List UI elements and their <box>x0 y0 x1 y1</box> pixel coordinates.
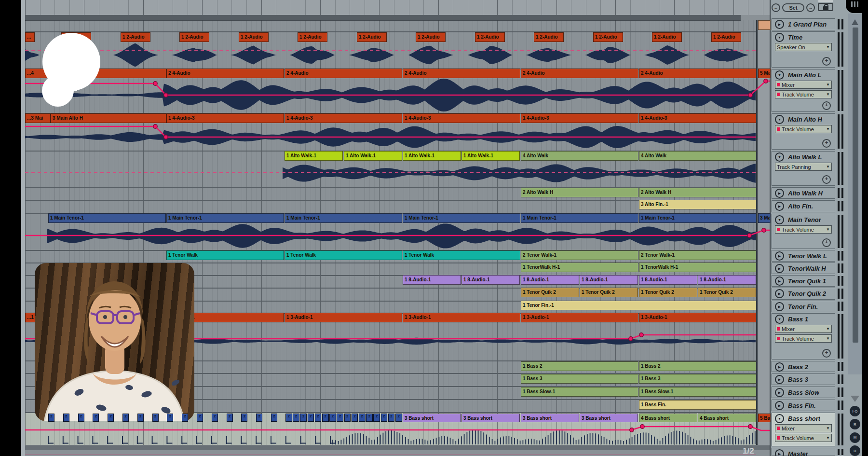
mini-clip[interactable]: 2 <box>122 414 129 422</box>
track-header-tenor-quik-1[interactable]: ▶Tenor Quik 1 <box>772 275 835 287</box>
clip[interactable]: 1 4-Audio-3 <box>166 113 284 123</box>
scroll-down-icon[interactable] <box>851 396 859 402</box>
beat-ruler[interactable] <box>25 0 770 15</box>
expand-play-icon[interactable]: ▶ <box>775 289 784 298</box>
track-header-alto-walk-l[interactable]: ▼Alto Walk LTrack Panning▼+ <box>772 151 835 186</box>
mini-clip[interactable]: 2 <box>137 414 144 422</box>
track-header-tenor-walk-l[interactable]: ▶Tenor Walk L <box>772 250 835 262</box>
expand-play-icon[interactable]: ▶ <box>775 202 784 211</box>
set-prev-button[interactable]: ← <box>772 3 780 12</box>
add-automation-lane-button[interactable]: + <box>822 101 831 110</box>
mini-clip[interactable]: 2 <box>256 414 262 422</box>
clip[interactable]: 2 Alto Walk H <box>521 188 638 197</box>
track-header-bass-1[interactable]: ▼Bass 1Mixer▼Track Volume▼+ <box>772 313 835 359</box>
clip[interactable]: 1 3-Audio-1 <box>285 313 402 322</box>
track-header-1-grand-pian[interactable]: ▶1 Grand Pian <box>772 18 835 30</box>
clip[interactable]: 1 Bass 2 <box>639 361 757 371</box>
device-dropdown[interactable]: Mixer▼ <box>775 81 832 89</box>
clip[interactable]: 1 2-Audio <box>357 32 387 42</box>
mini-clip[interactable]: 2 <box>337 414 343 422</box>
device-dropdown[interactable]: Track Volume▼ <box>775 434 832 442</box>
mini-clip[interactable]: 2 <box>322 414 329 422</box>
mini-clip[interactable]: 2 <box>197 414 203 422</box>
track-header-bass-2[interactable]: ▶Bass 2 <box>772 361 835 372</box>
mini-clip[interactable]: 2 <box>182 414 188 422</box>
track-header-bass-fin-[interactable]: ▶Bass Fin. <box>772 400 835 411</box>
clip[interactable]: 1 8-Audio-1 <box>403 275 461 285</box>
clip[interactable]: 4 Alto Walk <box>639 151 757 161</box>
clip[interactable]: 2 4-Audio <box>285 69 402 78</box>
collapse-icon[interactable]: ▼ <box>775 414 784 423</box>
track-header-main-alto-l[interactable]: ▼Main Alto LMixer▼Track Volume▼+ <box>772 69 835 112</box>
device-dropdown[interactable]: Track Volume▼ <box>775 334 832 343</box>
add-automation-lane-button[interactable]: + <box>822 57 831 66</box>
side-toggle-d[interactable]: D <box>850 445 860 456</box>
clip[interactable]: 1 4-Audio-3 <box>521 113 638 123</box>
clip[interactable]: 1 8-Audio-1 <box>639 275 697 285</box>
add-automation-lane-button[interactable]: + <box>822 139 831 148</box>
track-header-bass-3[interactable]: ▶Bass 3 <box>772 373 835 385</box>
clip[interactable]: 1 2-Audio <box>534 32 564 42</box>
expand-play-icon[interactable]: ▶ <box>775 449 784 456</box>
clip[interactable]: 1 Tenor Walk <box>285 250 402 260</box>
mini-clip[interactable]: 2 <box>63 414 69 422</box>
clip[interactable]: 1 2-Audio <box>179 32 209 42</box>
mini-clip[interactable]: 2 <box>359 414 366 422</box>
device-dropdown[interactable]: Track Volume▼ <box>775 90 832 98</box>
clip[interactable]: 1 2-Audio <box>121 32 150 42</box>
device-dropdown[interactable]: Mixer▼ <box>775 424 832 432</box>
clip[interactable]: 1 8-Audio-1 <box>580 275 638 285</box>
clip[interactable]: 2 4-Audio <box>166 69 284 78</box>
clip[interactable]: 1 Tenor Quik 2 <box>521 288 579 297</box>
clip[interactable]: 1 2-Audio <box>298 32 327 42</box>
mini-clip[interactable]: 2 <box>300 414 307 422</box>
clip[interactable]: 1 Tenor Walk <box>166 250 284 260</box>
mini-clip[interactable]: 2 <box>93 414 99 422</box>
track-header-bass-slow[interactable]: ▶Bass Slow <box>772 387 835 398</box>
clip[interactable]: 1 8-Audio-1 <box>698 275 756 285</box>
expand-play-icon[interactable]: ▶ <box>775 189 784 198</box>
track-header-tenorwalk-h[interactable]: ▶TenorWalk H <box>772 263 835 274</box>
mini-clip[interactable]: 2 <box>227 414 233 422</box>
left-scroll-strip[interactable] <box>21 0 25 456</box>
clip[interactable]: 4 Alto Walk <box>521 151 638 161</box>
clip[interactable]: 4 Bass short <box>639 414 697 422</box>
mini-clip[interactable]: 2 <box>293 414 299 422</box>
clip[interactable]: 1 Main Tenor-1 <box>285 213 402 223</box>
clip[interactable]: 1 Tenor Walk <box>403 250 520 260</box>
clip[interactable]: 1 TenorWalk H-1 <box>639 263 757 272</box>
collapse-icon[interactable]: ▼ <box>775 115 784 124</box>
clip[interactable]: 1 Bass Slow-1 <box>639 387 757 397</box>
track-header-alto-walk-h[interactable]: ▶Alto Walk H <box>772 187 835 199</box>
clip[interactable]: 1 Alto Walk-1 <box>344 151 402 161</box>
mini-clip[interactable]: 2 <box>381 414 388 422</box>
mini-clip[interactable]: 2 <box>212 414 218 422</box>
clip[interactable]: ...3 Mai <box>25 113 51 123</box>
clip[interactable]: 3 Main Alto H <box>51 113 166 123</box>
clip[interactable]: 5 Ma <box>758 69 771 78</box>
mini-clip[interactable]: 2 <box>241 414 247 422</box>
clip[interactable]: 3 Bass short <box>521 414 579 422</box>
clip[interactable]: 1 2-Audio <box>711 32 741 42</box>
side-toggle-m[interactable]: M <box>850 432 860 443</box>
clip[interactable]: 1 3-Audio-1 <box>521 313 638 322</box>
clip[interactable]: 1 Tenor Quik 2 <box>580 288 638 297</box>
clip[interactable]: 1 2-Audio <box>475 32 505 42</box>
clip[interactable]: 1 Tenor Quik 2 <box>639 288 697 297</box>
side-toggle-i-o[interactable]: I-O <box>850 406 860 416</box>
track-header-bass-short[interactable]: ▼Bass shortMixer▼Track Volume▼ <box>772 413 835 446</box>
clip[interactable]: 1 Main Tenor-1 <box>639 213 757 223</box>
device-dropdown[interactable]: Track Volume▼ <box>775 225 832 234</box>
lock-button[interactable] <box>818 3 833 11</box>
scrollbar-thumb[interactable] <box>853 28 858 343</box>
clip[interactable]: 1 3-Audio-1 <box>639 313 757 322</box>
device-dropdown[interactable]: Mixer▼ <box>775 325 832 333</box>
mini-clip[interactable]: 2 <box>395 414 402 422</box>
clip[interactable]: 1 Bass 3 <box>521 374 638 384</box>
track-header-tenor-fin-[interactable]: ▶Tenor Fin. <box>772 301 835 312</box>
mini-clip[interactable]: 2 <box>352 414 358 422</box>
mini-clip[interactable]: 2 <box>344 414 351 422</box>
clip[interactable]: 1 Bass 2 <box>521 361 638 371</box>
mini-clip[interactable]: 2 <box>78 414 84 422</box>
clip[interactable]: 1 Main Tenor-1 <box>403 213 520 223</box>
